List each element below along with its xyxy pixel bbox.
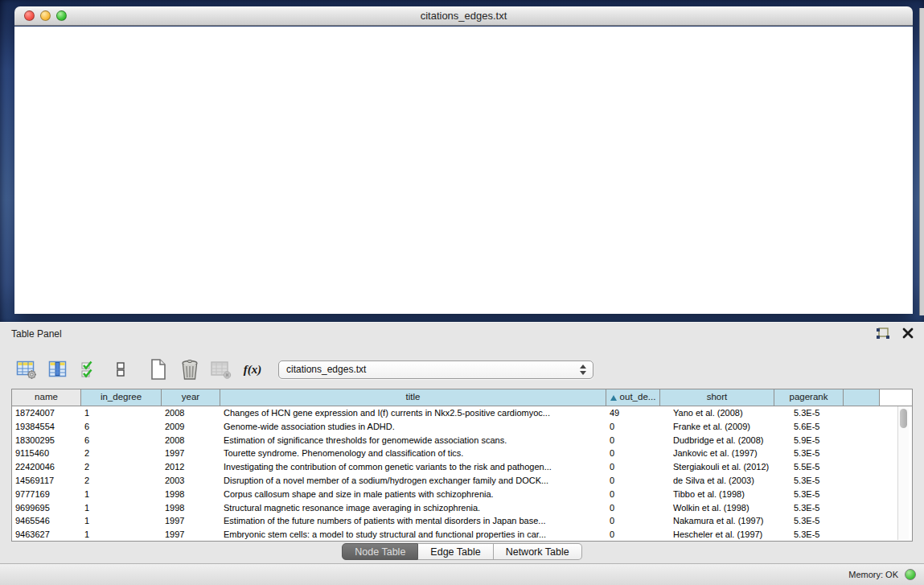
table-row[interactable]: 1456911722003Disruption of a novel membe… bbox=[12, 474, 912, 488]
network-canvas[interactable] bbox=[14, 27, 913, 314]
table-row[interactable]: 969969511998Structural magnetic resonanc… bbox=[12, 501, 912, 515]
table-cell: Yano et al. (2008) bbox=[660, 406, 774, 420]
select-all-rows-button[interactable] bbox=[77, 356, 101, 382]
table-row[interactable]: 946362711997Embryonic stem cells: a mode… bbox=[12, 528, 912, 542]
table-cell: 1997 bbox=[162, 447, 220, 460]
table-cell: 9777169 bbox=[12, 488, 81, 501]
table-cell: 0 bbox=[606, 460, 660, 474]
table-cell: Dudbridge et al. (2008) bbox=[660, 434, 774, 447]
table-cell: Investigating the contribution of common… bbox=[220, 460, 606, 474]
column-header-title[interactable]: title bbox=[220, 389, 606, 406]
function-builder-button[interactable]: f(x) bbox=[240, 356, 265, 382]
double-checkmark-icon bbox=[80, 359, 98, 380]
tab-node-table[interactable]: Node Table bbox=[342, 543, 418, 560]
close-panel-icon[interactable] bbox=[901, 327, 914, 340]
table-cell: 0 bbox=[606, 501, 660, 515]
column-header-short[interactable]: short bbox=[660, 389, 774, 406]
delete-columns-button[interactable] bbox=[178, 356, 202, 382]
table-cell: 0 bbox=[606, 474, 660, 488]
select-columns-button[interactable] bbox=[46, 356, 70, 382]
table-cell: 18724007 bbox=[12, 406, 81, 420]
unselect-rows-button[interactable] bbox=[109, 356, 133, 382]
table-cell: 0 bbox=[606, 447, 660, 460]
table-cell: Disruption of a novel member of a sodium… bbox=[220, 474, 606, 488]
table-cell: 49 bbox=[606, 406, 660, 420]
table-body: 1872400712008Changes of HCN gene express… bbox=[12, 406, 912, 542]
table-cell: 1 bbox=[81, 501, 162, 515]
column-header-out_de...[interactable]: out_de... bbox=[606, 389, 660, 406]
table-cell: 19384554 bbox=[12, 420, 81, 434]
table-cell: 5.3E-5 bbox=[774, 474, 844, 488]
table-cell: 1 bbox=[81, 528, 162, 542]
right-panel-sliver bbox=[919, 8, 924, 315]
table-cell: 18300295 bbox=[12, 434, 81, 447]
table-panel-title: Table Panel bbox=[11, 328, 62, 340]
table-cell: Jankovic et al. (1997) bbox=[660, 447, 774, 460]
table-cell: 1998 bbox=[162, 501, 220, 515]
tab-network-table[interactable]: Network Table bbox=[494, 543, 582, 560]
table-cell: 2003 bbox=[162, 474, 220, 488]
scrollbar-thumb[interactable] bbox=[900, 409, 907, 428]
table-cell: 5.3E-5 bbox=[774, 447, 844, 460]
column-header-filler[interactable] bbox=[844, 389, 880, 406]
table-cell: 9465546 bbox=[12, 514, 81, 528]
table-cell: 1997 bbox=[162, 514, 220, 528]
citation-network-graph bbox=[14, 27, 913, 314]
table-row[interactable]: 911546021997Tourette syndrome. Phenomeno… bbox=[12, 447, 912, 460]
network-window-titlebar[interactable]: citations_edges.txt bbox=[14, 6, 913, 26]
table-toolbar: f(x) citations_edges.txt bbox=[14, 355, 593, 384]
table-cell: 1997 bbox=[162, 528, 220, 542]
table-cell: 5.3E-5 bbox=[774, 528, 844, 542]
table-cell: 6 bbox=[81, 434, 162, 447]
table-cell: 9463627 bbox=[12, 528, 81, 542]
column-settings-button[interactable] bbox=[14, 356, 39, 382]
table-row[interactable]: 1872400712008Changes of HCN gene express… bbox=[12, 406, 912, 420]
table-cell: 1 bbox=[81, 488, 162, 501]
table-selector-value: citations_edges.txt bbox=[286, 364, 366, 375]
table-cell: 2 bbox=[81, 460, 162, 474]
table-cell: 9699695 bbox=[12, 501, 81, 515]
table-row[interactable]: 1830029562008Estimation of significance … bbox=[12, 434, 912, 447]
delete-table-button-disabled[interactable] bbox=[209, 356, 233, 382]
table-cell: 0 bbox=[606, 514, 660, 528]
table-cell: 5.3E-5 bbox=[774, 501, 844, 515]
new-column-button[interactable] bbox=[146, 356, 170, 382]
table-cell: Tibbo et al. (1998) bbox=[660, 488, 774, 501]
memory-status-indicator[interactable] bbox=[905, 569, 916, 580]
status-bar: Memory: OK bbox=[0, 563, 924, 585]
column-header-year[interactable]: year bbox=[162, 389, 220, 406]
column-header-in_degree[interactable]: in_degree bbox=[81, 389, 162, 406]
table-cell: de Silva et al. (2003) bbox=[660, 474, 774, 488]
table-cell: Corpus callosum shape and size in male p… bbox=[220, 488, 606, 501]
table-type-tabs: Node TableEdge TableNetwork Table bbox=[0, 543, 924, 560]
table-vertical-scrollbar[interactable] bbox=[897, 406, 909, 540]
table-cell: Changes of HCN gene expression and I(f) … bbox=[220, 406, 606, 420]
table-selector-dropdown[interactable]: citations_edges.txt bbox=[278, 360, 593, 379]
table-cell: 22420046 bbox=[12, 460, 81, 474]
table-cell: 5.3E-5 bbox=[774, 514, 844, 528]
table-cell: 1 bbox=[81, 406, 162, 420]
dropdown-arrows-icon bbox=[580, 365, 587, 376]
table-row[interactable]: 2242004622012Investigating the contribut… bbox=[12, 460, 912, 474]
table-panel: Table Panel bbox=[0, 322, 924, 564]
table-row[interactable]: 1938455462009Genome-wide association stu… bbox=[12, 420, 912, 434]
node-table: namein_degreeyeartitleout_de...shortpage… bbox=[11, 389, 913, 542]
table-row[interactable]: 946554611997Estimation of the future num… bbox=[12, 514, 912, 528]
table-cell: Nakamura et al. (1997) bbox=[660, 514, 774, 528]
column-header-name[interactable]: name bbox=[12, 389, 81, 406]
table-cell: Structural magnetic resonance image aver… bbox=[220, 501, 606, 515]
table-row[interactable]: 977716911998Corpus callosum shape and si… bbox=[12, 488, 912, 501]
tab-edge-table[interactable]: Edge Table bbox=[418, 543, 493, 560]
float-panel-icon[interactable] bbox=[876, 328, 890, 340]
table-cell: 1998 bbox=[162, 488, 220, 501]
table-cell: 5.3E-5 bbox=[774, 488, 844, 501]
table-cell: 2 bbox=[81, 474, 162, 488]
table-cell: Franke et al. (2009) bbox=[660, 420, 774, 434]
table-cell: Tourette syndrome. Phenomenology and cla… bbox=[220, 447, 606, 460]
column-header-pagerank[interactable]: pagerank bbox=[774, 389, 844, 406]
table-cell: 2 bbox=[81, 447, 162, 460]
table-column-icon bbox=[47, 359, 68, 380]
table-cell: 0 bbox=[606, 420, 660, 434]
table-cell: Wolkin et al. (1998) bbox=[660, 501, 774, 515]
disabled-table-icon bbox=[210, 359, 232, 380]
